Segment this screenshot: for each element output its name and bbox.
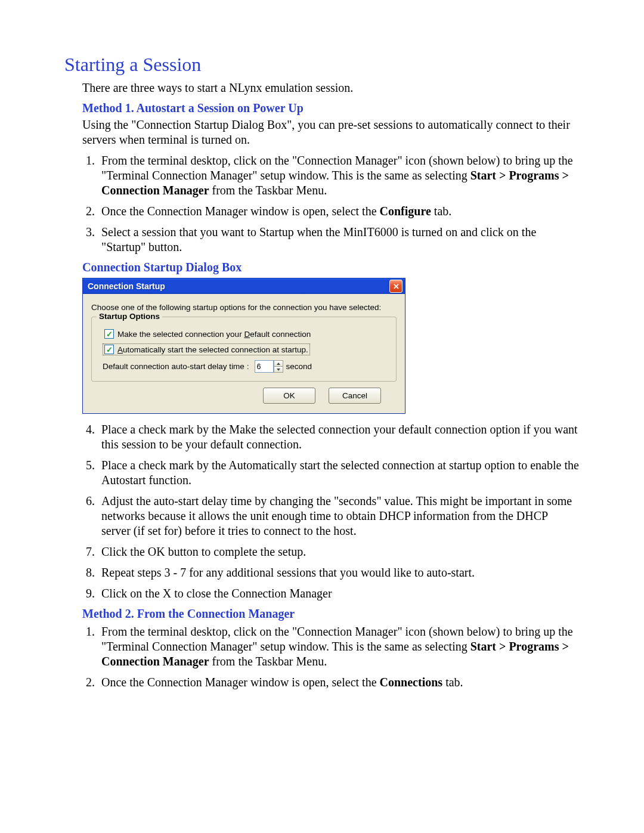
- check-icon: ✓: [106, 330, 113, 338]
- method1-desc: Using the "Connection Startup Dialog Box…: [82, 117, 580, 147]
- list-item: Once the Connection Manager window is op…: [98, 204, 580, 219]
- checkbox-label: Make the selected connection your Defaul…: [117, 330, 311, 339]
- delay-spinner[interactable]: [274, 360, 283, 373]
- method1-heading: Method 1. Autostart a Session on Power U…: [82, 101, 580, 115]
- default-connection-checkbox-row[interactable]: ✓ Make the selected connection your Defa…: [103, 328, 312, 340]
- groupbox-title: Startup Options: [97, 312, 162, 321]
- step-text: Once the Connection Manager window is op…: [101, 205, 380, 218]
- method1-steps: From the terminal desktop, click on the …: [82, 153, 580, 255]
- delay-unit: second: [286, 362, 312, 371]
- list-item: Once the Connection Manager window is op…: [98, 675, 580, 690]
- cancel-button[interactable]: Cancel: [329, 388, 381, 404]
- method1-steps-cont: Place a check mark by the Make the selec…: [82, 422, 580, 601]
- list-item: Adjust the auto-start delay time by chan…: [98, 494, 580, 538]
- step-text: tab.: [442, 676, 463, 689]
- step-text: tab.: [431, 205, 451, 218]
- list-item: Place a check mark by the Automatically …: [98, 458, 580, 488]
- dialog-caption: Connection Startup Dialog Box: [82, 261, 580, 274]
- checkbox[interactable]: ✓: [104, 329, 114, 339]
- startup-options-group: Startup Options ✓ Make the selected conn…: [91, 317, 397, 382]
- list-item: From the terminal desktop, click on the …: [98, 153, 580, 198]
- step-text: from the Taskbar Menu.: [209, 184, 327, 197]
- delay-input[interactable]: 6: [255, 360, 274, 373]
- close-button[interactable]: ✕: [389, 280, 402, 293]
- delay-label: Default connection auto-start delay time…: [103, 362, 249, 371]
- list-item: Click the OK button to complete the setu…: [98, 544, 580, 559]
- list-item: Repeat steps 3 - 7 for any additional se…: [98, 565, 580, 580]
- chevron-down-icon: [277, 368, 280, 371]
- connection-startup-dialog: Connection Startup ✕ Choose one of the f…: [82, 278, 405, 414]
- close-icon: ✕: [393, 283, 400, 290]
- checkbox[interactable]: ✓: [104, 345, 114, 354]
- tab-name: Connections: [380, 676, 443, 689]
- checkbox-label: Automatically start the selected connect…: [117, 345, 308, 354]
- list-item: Place a check mark by the Make the selec…: [98, 422, 580, 452]
- intro-text: There are three ways to start a NLynx em…: [82, 80, 580, 95]
- list-item: Select a session that you want to Startu…: [98, 225, 580, 255]
- dialog-titlebar: Connection Startup ✕: [83, 278, 405, 294]
- dialog-title: Connection Startup: [88, 281, 165, 291]
- delay-row: Default connection auto-start delay time…: [103, 360, 385, 373]
- spinner-up[interactable]: [274, 360, 283, 367]
- method2-steps: From the terminal desktop, click on the …: [82, 624, 580, 690]
- autostart-checkbox-row[interactable]: ✓ Automatically start the selected conne…: [103, 343, 310, 355]
- chevron-up-icon: [277, 363, 280, 365]
- list-item: From the terminal desktop, click on the …: [98, 624, 580, 669]
- list-item: Click on the X to close the Connection M…: [98, 586, 580, 601]
- page-title: Starting a Session: [64, 54, 580, 76]
- ok-button[interactable]: OK: [263, 388, 315, 404]
- check-icon: ✓: [106, 346, 113, 354]
- tab-name: Configure: [380, 205, 431, 218]
- method2-heading: Method 2. From the Connection Manager: [82, 607, 580, 621]
- spinner-down[interactable]: [274, 367, 283, 373]
- step-text: from the Taskbar Menu.: [209, 655, 327, 668]
- step-text: Once the Connection Manager window is op…: [101, 676, 380, 689]
